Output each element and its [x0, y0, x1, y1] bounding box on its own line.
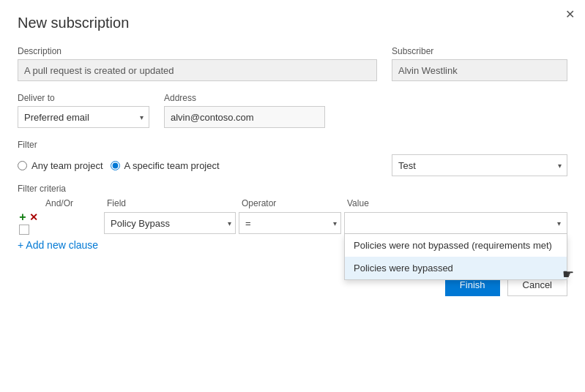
description-subscriber-row: Description Subscriber [18, 46, 567, 81]
add-row-button[interactable]: + [19, 211, 26, 223]
operator-select-wrapper: = ▾ [239, 212, 341, 234]
radio-specific-team-input[interactable] [111, 161, 120, 170]
deliver-to-select-wrapper: Preferred email ▾ [18, 106, 149, 128]
criteria-data-row: + ✕ Policy Bypass ▾ = ▾ [18, 211, 567, 235]
close-button[interactable]: ✕ [565, 9, 575, 20]
filter-and-project-row: Any team project A specific team project… [18, 154, 567, 176]
address-group: Address [164, 93, 325, 128]
description-group: Description [18, 46, 377, 81]
header-checkbox-col [18, 198, 40, 208]
address-label: Address [164, 93, 325, 103]
subscriber-group: Subscriber [392, 46, 567, 81]
filter-criteria-section: Filter criteria And/Or Field Operator Va… [18, 184, 567, 251]
deliver-to-label: Deliver to [18, 93, 149, 103]
radio-any-team-input[interactable] [18, 161, 27, 170]
header-andor-col: And/Or [42, 198, 101, 208]
filter-label: Filter [18, 140, 567, 150]
operator-select[interactable]: = [239, 212, 341, 234]
value-option-2[interactable]: Policies were bypassed ☛ [345, 257, 567, 279]
description-label: Description [18, 46, 377, 56]
subscriber-label: Subscriber [392, 46, 567, 56]
value-input-row: ▾ [344, 212, 567, 234]
deliver-to-select[interactable]: Preferred email [18, 106, 149, 128]
header-value-col: Value [344, 198, 567, 208]
value-dropdown-list: Policies were not bypassed (requirements… [344, 234, 567, 280]
radio-specific-team[interactable]: A specific team project [111, 160, 220, 171]
criteria-checkbox-cell: + ✕ [18, 211, 40, 235]
criteria-header-row: And/Or Field Operator Value [18, 198, 567, 208]
value-input[interactable] [345, 214, 551, 233]
value-option-2-label: Policies were bypassed [354, 263, 453, 274]
radio-any-team-label: Any team project [31, 160, 103, 171]
filter-section: Filter Any team project A specific team … [18, 140, 567, 176]
filter-criteria-label: Filter criteria [18, 184, 567, 194]
radio-specific-team-label: A specific team project [124, 160, 220, 171]
delete-row-button[interactable]: ✕ [29, 212, 38, 222]
value-dropdown-container: ▾ Policies were not bypassed (requiremen… [344, 212, 567, 234]
modal-title: New subscription [18, 15, 567, 31]
team-project-select-wrapper: Test ▾ [392, 154, 567, 176]
field-select-wrapper: Policy Bypass ▾ [104, 212, 236, 234]
cursor-icon: ☛ [562, 266, 574, 282]
value-dropdown-arrow-button[interactable]: ▾ [551, 219, 567, 227]
deliver-to-group: Deliver to Preferred email ▾ [18, 93, 149, 128]
value-option-1[interactable]: Policies were not bypassed (requirements… [345, 234, 567, 257]
add-new-clause-button[interactable]: + Add new clause [18, 239, 98, 251]
address-input[interactable] [164, 106, 325, 128]
add-clause-label: + Add new clause [18, 239, 98, 251]
field-select[interactable]: Policy Bypass [104, 212, 236, 234]
radio-any-team[interactable]: Any team project [18, 160, 103, 171]
header-operator-col: Operator [239, 198, 341, 208]
row-checkbox[interactable] [19, 225, 29, 235]
header-field-col: Field [104, 198, 236, 208]
team-project-select[interactable]: Test [392, 154, 567, 176]
modal-dialog: ✕ New subscription Description Subscribe… [0, 0, 585, 392]
description-input[interactable] [18, 59, 377, 81]
deliver-address-row: Deliver to Preferred email ▾ Address [18, 93, 567, 128]
subscriber-input [392, 59, 567, 81]
